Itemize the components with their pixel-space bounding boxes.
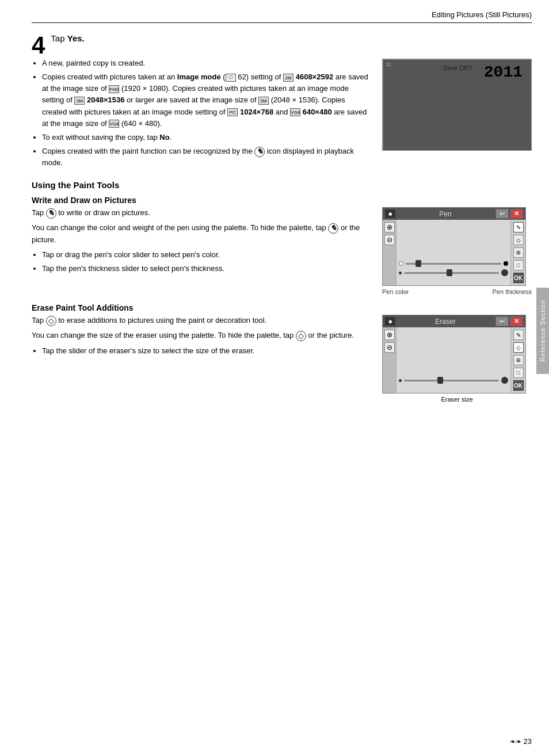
eraser-frame-icon[interactable]: □ xyxy=(513,368,524,378)
step4-bullet-3: To exit without saving the copy, tap No. xyxy=(42,132,372,143)
year-display: 2011 xyxy=(484,63,523,81)
write-draw-bullet-2: Tap the pen's thickness slider to select… xyxy=(42,263,368,274)
eraser-icon-inline-1: ◇ xyxy=(46,316,56,326)
pen-color-label: Pen color xyxy=(382,288,409,295)
paint-icon-inline: ✎ xyxy=(254,147,265,157)
erase-body1: You can change the size of the eraser us… xyxy=(32,330,368,341)
step4-title: 4 Tap Yes. xyxy=(32,33,532,43)
eraser-icon-inline-2: ◇ xyxy=(296,331,306,341)
pen-panel-left-tools: ⊕ ⊖ xyxy=(383,220,396,285)
img-mode-icon-3: 3M xyxy=(74,97,85,105)
eraser-zoom-out-icon[interactable]: ⊖ xyxy=(384,342,395,353)
write-draw-section: Tap ✎ to write or draw on pictures. You … xyxy=(32,207,532,295)
page-num-icon: ❧❧ xyxy=(510,738,521,746)
eraser-panel-title: Eraser xyxy=(395,318,495,326)
color-slider-dot-right xyxy=(504,261,508,266)
camera-preview-topbar: □ Save OK? 2011 xyxy=(383,59,532,151)
pen-panel-header: ■ Pen ↩ ✕ xyxy=(383,208,525,220)
page-number-area: ❧❧ 23 xyxy=(510,737,532,746)
eraser-size-dot-right xyxy=(501,377,508,384)
write-draw-body1: You can change the color and weight of t… xyxy=(32,222,368,245)
erase-bullet-1: Tap the slider of the eraser's size to s… xyxy=(42,345,368,357)
zoom-in-icon[interactable]: ⊕ xyxy=(384,222,395,232)
step4-title-prefix: Tap xyxy=(51,33,67,43)
eraser-zoom-in-icon[interactable]: ⊕ xyxy=(384,330,395,340)
img-mode-icon-4: 3M xyxy=(258,97,269,105)
pen-panel-body: ⊕ ⊖ xyxy=(383,220,525,285)
erase-intro: Tap ◇ to erase additions to pictures usi… xyxy=(32,315,368,326)
pen-ok-button[interactable]: OK xyxy=(513,273,524,283)
eraser-size-slider-track xyxy=(404,380,499,381)
camera-preview: □ Save OK? 2011 xyxy=(382,59,532,172)
thickness-slider-thumb[interactable] xyxy=(447,269,452,276)
write-draw-bullet-1: Tap or drag the pen's color slider to se… xyxy=(42,249,368,261)
pen-icon-inline-1: ✎ xyxy=(46,208,56,219)
pen-panel-labels: Pen color Pen thickness xyxy=(382,288,532,295)
eraser-size-dot-left xyxy=(399,379,402,382)
eraser-sticker-icon[interactable]: ⊞ xyxy=(513,355,524,365)
erase-bullets: Tap the slider of the eraser's size to s… xyxy=(42,345,368,357)
pen-icon-inline-2: ✎ xyxy=(328,223,338,234)
step4-bullet-2: Copies created with pictures taken at an… xyxy=(42,71,372,129)
book-icon: □ xyxy=(226,74,236,82)
pen-sliders xyxy=(399,261,508,276)
eraser-size-label-row: Eraser size xyxy=(382,396,532,403)
erase-text: Tap ◇ to erase additions to pictures usi… xyxy=(32,315,368,403)
page-header: Editing Pictures (Still Pictures) xyxy=(32,10,532,23)
pen-panel-main xyxy=(396,220,510,285)
erase-section: Tap ◇ to erase additions to pictures usi… xyxy=(32,315,532,403)
color-slider-row xyxy=(399,261,508,266)
zoom-out-icon[interactable]: ⊖ xyxy=(384,235,395,245)
write-draw-bullets: Tap or drag the pen's color slider to se… xyxy=(42,249,368,274)
step4-bullet-1: A new, painted copy is created. xyxy=(42,58,372,69)
eraser-eraser-tool-icon[interactable]: ◇ xyxy=(513,342,524,353)
thickness-slider-dot-left xyxy=(399,272,402,274)
step4-content: 4 Tap Yes. A new, painted copy is create… xyxy=(32,33,532,172)
eraser-panel-mockup: ■ Eraser ↩ ✕ ⊕ ⊖ xyxy=(382,315,526,394)
eraser-tool-icon[interactable]: ◇ xyxy=(513,235,524,245)
eraser-panel-image: ■ Eraser ↩ ✕ ⊕ ⊖ xyxy=(382,315,532,403)
step4-bullets: A new, painted copy is created. Copies c… xyxy=(42,58,372,169)
pen-back-button[interactable]: ↩ xyxy=(495,209,509,219)
img-mode-icon-1: 2M xyxy=(283,74,293,82)
reference-sidebar-text: Reference Section xyxy=(539,300,546,362)
eraser-sliders xyxy=(399,377,508,384)
sticker-tool-icon[interactable]: ⊞ xyxy=(513,247,524,258)
eraser-ok-button[interactable]: OK xyxy=(513,380,524,391)
eraser-pen-tool-icon[interactable]: ✎ xyxy=(513,330,524,340)
step4-title-bold: Yes. xyxy=(67,33,85,43)
page-container: Editing Pictures (Still Pictures) 4 Tap … xyxy=(0,0,549,756)
page-number-display: 23 xyxy=(524,737,532,746)
pen-panel-sidebar: ✎ ◇ ⊞ □ OK xyxy=(510,220,525,285)
pen-panel-left-indicator: ■ xyxy=(385,209,395,218)
pen-panel-header-buttons: ↩ ✕ xyxy=(495,209,523,219)
eraser-panel-sidebar: ✎ ◇ ⊞ □ OK xyxy=(510,327,525,393)
eraser-panel-header-buttons: ↩ ✕ xyxy=(495,316,523,326)
eraser-size-slider-thumb[interactable] xyxy=(437,377,443,384)
battery-icon: □ xyxy=(387,61,390,67)
reference-sidebar: Reference Section xyxy=(536,288,549,374)
frame-tool-icon[interactable]: □ xyxy=(513,260,524,270)
thickness-slider-row xyxy=(399,269,508,276)
pen-panel-mockup: ■ Pen ↩ ✕ ⊕ ⊖ xyxy=(382,207,526,286)
save-ok-label: Save OK? xyxy=(443,64,472,71)
pen-tool-icon[interactable]: ✎ xyxy=(513,222,524,232)
color-slider-thumb[interactable] xyxy=(415,260,421,267)
eraser-panel-left-indicator: ■ xyxy=(385,317,395,326)
color-slider-dot-left xyxy=(399,261,403,266)
paint-tools-heading: Using the Paint Tools xyxy=(32,180,532,190)
header-title: Editing Pictures (Still Pictures) xyxy=(432,10,532,19)
color-slider-track xyxy=(406,263,501,265)
thickness-slider-dot-right xyxy=(501,269,508,276)
pen-panel-image: ■ Pen ↩ ✕ ⊕ ⊖ xyxy=(382,207,532,295)
eraser-panel-main xyxy=(396,327,510,393)
pen-thickness-label: Pen thickness xyxy=(493,288,532,295)
write-draw-intro: Tap ✎ to write or draw on pictures. xyxy=(32,207,368,219)
camera-preview-box: □ Save OK? 2011 xyxy=(382,59,532,151)
eraser-close-button[interactable]: ✕ xyxy=(510,316,523,326)
write-draw-heading: Write and Draw on Pictures xyxy=(32,196,532,205)
eraser-back-button[interactable]: ↩ xyxy=(495,316,509,326)
pen-close-button[interactable]: ✕ xyxy=(510,209,523,219)
eraser-panel-body: ⊕ ⊖ xyxy=(383,327,525,393)
write-draw-text: Tap ✎ to write or draw on pictures. You … xyxy=(32,207,368,295)
